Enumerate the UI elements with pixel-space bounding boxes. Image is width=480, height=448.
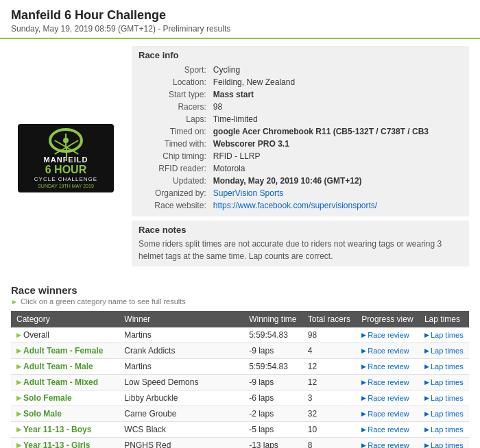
progress-view-cell: ▶Race review	[356, 438, 419, 449]
total-racers-cell: 10	[302, 422, 356, 438]
logo-6hour: 6 HOUR	[34, 164, 97, 176]
race-review-link[interactable]: ▶Race review	[361, 441, 413, 448]
info-value: Motorola	[212, 163, 461, 174]
race-review-link[interactable]: ▶Race review	[361, 347, 413, 355]
col-total-racers: Total racers	[302, 311, 356, 327]
race-review-link[interactable]: ▶Race review	[361, 331, 413, 339]
lap-times-link[interactable]: ▶Lap times	[424, 425, 464, 434]
lap-times-arrow-icon: ▶	[424, 426, 429, 433]
race-info-table: Sport:CyclingLocation:Feilding, New Zeal…	[139, 63, 462, 212]
col-category: Category	[11, 311, 119, 327]
lap-times-arrow-icon: ▶	[424, 410, 429, 417]
lap-times-link[interactable]: ▶Lap times	[424, 347, 464, 355]
logo-cycle: CYCLE CHALLENGE	[34, 176, 97, 182]
winner-cell: Martins	[119, 327, 243, 343]
organizer-value: SuperVision Sports	[212, 188, 461, 199]
website-value: https://www.facebook.com/supervisionspor…	[212, 200, 461, 211]
table-row: ▶OverallMartins5:59:54.8398▶Race review▶…	[11, 327, 469, 343]
winning-time-cell: -9 laps	[243, 343, 302, 359]
total-racers-cell: 12	[302, 375, 356, 390]
info-value: Webscorer PRO 3.1	[212, 138, 461, 149]
category-cell: ▶Adult Team - Male	[11, 359, 119, 375]
info-label: RFID reader:	[140, 163, 211, 174]
info-row: Timed on:google Acer Chromebook R11 (CB5…	[140, 126, 461, 137]
category-link[interactable]: ▶Adult Team - Female	[16, 346, 113, 356]
category-arrow-icon: ▶	[16, 426, 21, 433]
lap-times-link[interactable]: ▶Lap times	[424, 378, 464, 386]
table-row: ▶Adult Team - MaleMartins5:59:54.8312▶Ra…	[11, 359, 469, 375]
winner-cell: PNGHS Red	[119, 438, 243, 449]
race-review-link[interactable]: ▶Race review	[361, 410, 413, 418]
lap-times-cell: ▶Lap times	[419, 422, 469, 438]
category-link[interactable]: ▶Year 11-13 - Boys	[16, 425, 113, 434]
race-review-link[interactable]: ▶Race review	[361, 378, 413, 386]
winning-time-cell: -9 laps	[243, 375, 302, 390]
lap-times-cell: ▶Lap times	[419, 438, 469, 449]
info-row: Start type:Mass start	[140, 89, 461, 100]
info-label: Start type:	[140, 89, 211, 100]
results-table-body: ▶OverallMartins5:59:54.8398▶Race review▶…	[11, 327, 469, 448]
race-review-arrow-icon: ▶	[361, 332, 366, 338]
logo-area: MANFEILD 6 HOUR CYCLE CHALLENGE SUNDAY 1…	[11, 46, 121, 271]
info-row: Updated:Monday, May 20, 2019 10:46 (GMT+…	[140, 175, 461, 186]
lap-times-link[interactable]: ▶Lap times	[424, 394, 464, 402]
progress-view-cell: ▶Race review	[356, 327, 419, 343]
organizer-link[interactable]: SuperVision Sports	[213, 188, 284, 198]
table-row: ▶Year 11-13 - GirlsPNGHS Red-13 laps8▶Ra…	[11, 438, 469, 449]
website-link[interactable]: https://www.facebook.com/supervisionspor…	[213, 201, 377, 210]
lap-times-link[interactable]: ▶Lap times	[424, 410, 464, 418]
info-row: RFID reader:Motorola	[140, 163, 461, 174]
info-value: Cycling	[212, 64, 461, 75]
table-row: ▶Year 11-13 - BoysWCS Black-5 laps10▶Rac…	[11, 422, 469, 438]
category-cell: ▶Adult Team - Mixed	[11, 375, 119, 390]
website-row: Race website: https://www.facebook.com/s…	[140, 200, 461, 211]
info-value: google Acer Chromebook R11 (CB5-132T / C…	[212, 126, 461, 137]
page-title: Manfeild 6 Hour Challenge	[11, 8, 469, 23]
table-row: ▶Adult Team - FemaleCrank Addicts-9 laps…	[11, 343, 469, 359]
lap-times-cell: ▶Lap times	[419, 375, 469, 390]
lap-times-link[interactable]: ▶Lap times	[424, 441, 464, 448]
category-link[interactable]: ▶Adult Team - Male	[16, 362, 113, 371]
progress-view-cell: ▶Race review	[356, 406, 419, 422]
total-racers-cell: 8	[302, 438, 356, 449]
col-lap-times: Lap times	[419, 311, 469, 327]
winning-time-cell: -13 laps	[243, 438, 302, 449]
lap-times-arrow-icon: ▶	[424, 379, 429, 386]
race-review-arrow-icon: ▶	[361, 363, 366, 370]
winning-time-cell: 5:59:54.83	[243, 327, 302, 343]
category-cell: ▶Adult Team - Female	[11, 343, 119, 359]
category-link[interactable]: ▶Solo Male	[16, 409, 113, 419]
lap-times-link[interactable]: ▶Lap times	[424, 331, 464, 339]
page-header: Manfeild 6 Hour Challenge Sunday, May 19…	[0, 0, 480, 39]
lap-times-arrow-icon: ▶	[424, 347, 429, 354]
race-review-link[interactable]: ▶Race review	[361, 394, 413, 402]
organizer-row: Organized by: SuperVision Sports	[140, 188, 461, 199]
hint-arrow-icon: ►	[11, 298, 18, 306]
lap-times-link[interactable]: ▶Lap times	[424, 362, 464, 371]
winner-cell: Crank Addicts	[119, 343, 243, 359]
winner-cell: Martins	[119, 359, 243, 375]
race-review-link[interactable]: ▶Race review	[361, 362, 413, 371]
category-link[interactable]: ▶Solo Female	[16, 393, 113, 403]
race-review-arrow-icon: ▶	[361, 395, 366, 401]
winner-cell: Libby Arbuckle	[119, 390, 243, 406]
results-table: Category Winner Winning time Total racer…	[11, 311, 469, 448]
total-racers-cell: 98	[302, 327, 356, 343]
info-row: Timed with:Webscorer PRO 3.1	[140, 138, 461, 149]
category-cell: ▶Year 11-13 - Girls	[11, 438, 119, 449]
race-review-link[interactable]: ▶Race review	[361, 425, 413, 434]
category-cell: ▶Overall	[11, 327, 119, 343]
logo-wheel	[49, 128, 83, 153]
col-winner: Winner	[119, 311, 243, 327]
category-arrow-icon: ▶	[16, 347, 21, 354]
race-review-arrow-icon: ▶	[361, 426, 366, 433]
lap-times-cell: ▶Lap times	[419, 390, 469, 406]
category-link[interactable]: ▶Year 11-13 - Girls	[16, 440, 113, 448]
winner-cell: WCS Black	[119, 422, 243, 438]
organizer-label: Organized by:	[140, 188, 211, 199]
logo-date: SUNDAY 19TH MAY 2019	[34, 184, 97, 188]
info-label: Timed with:	[140, 138, 211, 149]
results-header-row: Category Winner Winning time Total racer…	[11, 311, 469, 327]
category-link[interactable]: ▶Adult Team - Mixed	[16, 377, 113, 387]
lap-times-cell: ▶Lap times	[419, 359, 469, 375]
